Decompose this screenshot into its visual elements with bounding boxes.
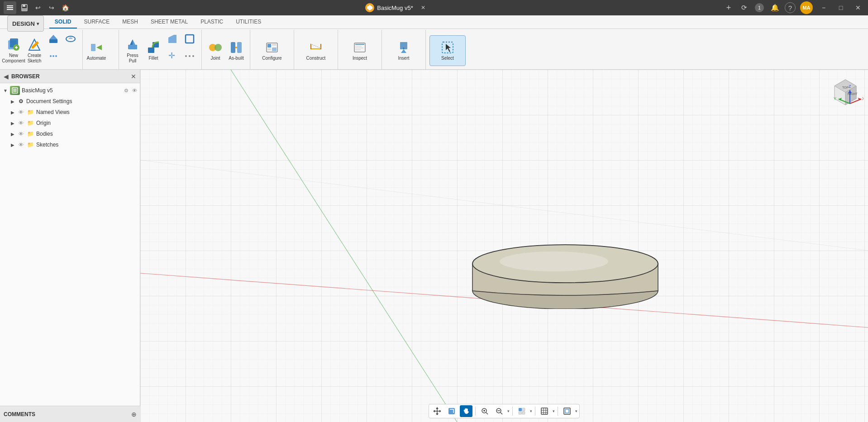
maximize-button[interactable]: □ <box>835 1 847 14</box>
profile-button[interactable]: 1 <box>754 2 765 13</box>
axis-indicator-svg: TOP RIGHT X Y Z <box>827 74 863 110</box>
display-mode-button[interactable] <box>515 405 528 417</box>
tree-item-origin[interactable]: ▶ 👁 📁 Origin <box>0 118 140 128</box>
status-divider-2 <box>512 407 513 416</box>
view-dropdown[interactable]: ▾ <box>575 409 577 413</box>
left-panel: ◀ BROWSER ✕ ▼ BasicMug v5 ⚙ 👁 ▶ ⚙ Docume… <box>0 70 140 422</box>
browser-collapse-button[interactable]: ◀ <box>4 73 9 80</box>
chamfer-button[interactable] <box>164 31 181 47</box>
svg-point-30 <box>189 55 191 57</box>
zoom-button[interactable] <box>478 405 491 417</box>
tree-item-sketches[interactable]: ▶ 👁 📁 Sketches <box>0 139 140 150</box>
close-document-button[interactable]: ✕ <box>418 2 429 13</box>
tree-arrow-bodies[interactable]: ▶ <box>9 132 16 137</box>
basicmug-settings-icon[interactable]: ⚙ <box>123 88 130 94</box>
axis-indicator[interactable]: TOP RIGHT X Y Z <box>827 74 863 110</box>
grid-button[interactable] <box>538 405 551 417</box>
fillet-button[interactable]: Fillet <box>143 35 163 66</box>
sync-button[interactable]: ⟳ <box>739 2 749 13</box>
tree-arrow-named-views[interactable]: ▶ <box>9 110 16 115</box>
insert-button[interactable]: Insert <box>386 35 422 66</box>
press-pull-button[interactable]: Press Pull <box>123 35 143 66</box>
svg-rect-84 <box>565 409 569 413</box>
browser-close-button[interactable]: ✕ <box>131 73 136 80</box>
app-menu-button[interactable] <box>4 1 16 14</box>
basicmug-visibility-icon[interactable]: 👁 <box>131 88 138 93</box>
redo-button[interactable]: ↪ <box>46 2 57 13</box>
y-axis-label: Y <box>834 96 836 101</box>
inspect-button[interactable]: Inspect <box>342 35 378 66</box>
browser-title: BROWSER <box>11 73 40 80</box>
asbuilt-joint-button[interactable]: As-built <box>226 35 246 66</box>
origin-label: Origin <box>36 120 138 126</box>
hand-pan-button[interactable] <box>460 405 472 417</box>
sketches-visibility-icon[interactable]: 👁 <box>17 142 24 147</box>
svg-rect-1 <box>7 7 13 8</box>
configure-button[interactable]: Configure <box>254 35 290 66</box>
tree-arrow-basicmug[interactable]: ▼ <box>2 88 9 93</box>
select-button[interactable]: Select <box>429 35 466 66</box>
create-more-button[interactable] <box>45 48 62 64</box>
pan-button[interactable] <box>431 405 444 417</box>
close-button[interactable]: ✕ <box>852 1 864 14</box>
title-bar-left: ↩ ↪ 🏠 <box>4 1 71 14</box>
svg-rect-0 <box>7 5 13 6</box>
undo-button[interactable]: ↩ <box>33 2 43 13</box>
viewport-canvas[interactable]: TOP RIGHT X Y Z <box>140 70 868 422</box>
tab-utilities[interactable]: UTILITIES <box>230 15 267 28</box>
svg-line-44 <box>310 44 321 48</box>
svg-line-68 <box>486 413 488 414</box>
tree-item-bodies[interactable]: ▶ 👁 📁 Bodies <box>0 128 140 139</box>
grid-dropdown[interactable]: ▾ <box>553 409 555 413</box>
settings-gear-icon: ⚙ <box>17 98 24 104</box>
save-button[interactable] <box>19 2 30 13</box>
tree-arrow-origin[interactable]: ▶ <box>9 121 16 126</box>
automate-tool-button[interactable]: Automate <box>86 35 106 66</box>
construct-button[interactable]: Construct <box>298 35 334 66</box>
svg-marker-22 <box>130 39 133 45</box>
svg-rect-55 <box>13 89 17 92</box>
zoom-extent-button[interactable] <box>493 405 506 417</box>
comments-add-button[interactable]: ⊕ <box>131 411 137 418</box>
tab-surface[interactable]: SURFACE <box>79 15 115 28</box>
move-button[interactable]: ✛ <box>164 48 181 64</box>
extrude-button[interactable] <box>45 31 62 47</box>
status-divider-3 <box>535 407 535 416</box>
create-sketch-button[interactable]: CreateSketch <box>24 35 44 66</box>
new-component-button[interactable]: NewComponent <box>4 35 24 66</box>
tab-sheetmetal[interactable]: SHEET METAL <box>145 15 193 28</box>
app-icon <box>365 3 374 12</box>
modify-more-button[interactable] <box>181 48 198 64</box>
tree-item-named-views[interactable]: ▶ 👁 📁 Named Views <box>0 107 140 118</box>
bodies-label: Bodies <box>36 131 138 137</box>
joint-button[interactable]: Joint <box>205 35 225 66</box>
origin-visibility-icon[interactable]: 👁 <box>17 120 24 126</box>
named-views-visibility-icon[interactable]: 👁 <box>17 109 24 115</box>
svg-marker-6 <box>367 5 372 10</box>
display-dropdown[interactable]: ▾ <box>530 409 532 413</box>
bodies-visibility-icon[interactable]: 👁 <box>17 131 24 137</box>
tab-plastic[interactable]: PLASTIC <box>195 15 229 28</box>
help-button[interactable]: ? <box>785 2 796 13</box>
tree-arrow-document-settings[interactable]: ▶ <box>9 99 16 104</box>
notification-button[interactable]: 🔔 <box>769 2 780 13</box>
svg-point-33 <box>215 44 222 51</box>
svg-text:TOP: TOP <box>842 86 849 89</box>
tab-solid[interactable]: SOLID <box>49 15 77 28</box>
svg-rect-20 <box>91 44 95 51</box>
tree-arrow-sketches[interactable]: ▶ <box>9 142 16 147</box>
minimize-button[interactable]: − <box>817 1 830 14</box>
orbit-button[interactable] <box>445 405 458 417</box>
svg-marker-51 <box>401 49 406 53</box>
zoom-dropdown[interactable]: ▾ <box>507 409 510 413</box>
tree-item-basicmug[interactable]: ▼ BasicMug v5 ⚙ 👁 <box>0 85 140 96</box>
tree-item-document-settings[interactable]: ▶ ⚙ Document Settings <box>0 96 140 107</box>
add-tab-button[interactable]: + <box>723 2 734 13</box>
view-style-button[interactable] <box>561 405 573 417</box>
home-button[interactable]: 🏠 <box>60 2 71 13</box>
tab-mesh[interactable]: MESH <box>117 15 143 28</box>
svg-point-29 <box>185 55 187 57</box>
shell-button[interactable] <box>181 31 198 47</box>
avatar-button[interactable]: MA <box>800 1 813 14</box>
revolve-button[interactable] <box>62 31 79 47</box>
